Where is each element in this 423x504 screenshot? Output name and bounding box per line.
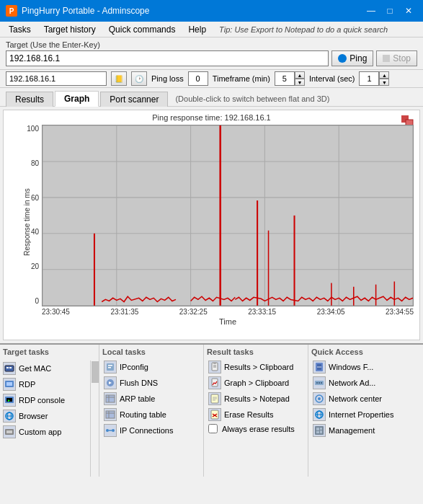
svg-rect-43 xyxy=(106,411,115,418)
tab-hint: (Double-click to switch between flat and… xyxy=(175,94,329,106)
flush-dns-label: Flush DNS xyxy=(120,379,158,387)
list-item[interactable]: Always erase results xyxy=(207,423,305,435)
target-input[interactable] xyxy=(6,50,329,66)
target-label: Target (Use the Enter-Key) xyxy=(6,40,417,49)
interval-up[interactable]: ▲ xyxy=(379,71,389,79)
browser-icon xyxy=(3,410,16,423)
list-item[interactable]: Windows F... xyxy=(311,359,420,375)
management-icon xyxy=(313,424,326,437)
local-tasks-list: IPconfig Flush DNS ARP table Routing tab… xyxy=(102,359,200,438)
graph-clipboard-label: Graph > Clipboard xyxy=(224,379,289,387)
y-label-40: 40 xyxy=(31,228,39,236)
list-item[interactable]: Results > Notepad xyxy=(207,391,305,407)
minimize-button[interactable]: — xyxy=(362,4,380,18)
rdp-label: RDP xyxy=(19,380,35,389)
list-item[interactable]: RDP xyxy=(1,376,89,392)
graph-container[interactable]: Ping response time: 192.168.16.1 100 80 … xyxy=(3,110,420,340)
x-label-0: 23:30:45 xyxy=(42,308,70,316)
list-item[interactable]: Results > Clipboard xyxy=(207,359,305,375)
get-mac-icon xyxy=(3,362,16,375)
tab-port-scanner[interactable]: Port scanner xyxy=(100,92,168,107)
list-item[interactable]: ► RDP console xyxy=(1,392,89,408)
y-label-80: 80 xyxy=(31,159,39,167)
browser-label: Browser xyxy=(19,412,48,420)
close-button[interactable]: ✕ xyxy=(400,4,417,18)
svg-rect-50 xyxy=(213,362,216,364)
svg-rect-35 xyxy=(6,430,12,433)
timeframe-label: Timeframe (min) xyxy=(213,74,270,83)
interval-label: Interval (sec) xyxy=(309,74,355,83)
interval-input[interactable] xyxy=(359,71,379,86)
menu-tip: Tip: Use Export to Notepad to do a quick… xyxy=(219,25,388,34)
tab-results[interactable]: Results xyxy=(6,92,53,107)
result-tasks-list: Results > Clipboard Graph > Clipboard Re… xyxy=(207,359,305,435)
list-item[interactable]: Erase Results xyxy=(207,407,305,423)
svg-rect-38 xyxy=(108,367,111,368)
tabs-bar: Results Graph Port scanner (Double-click… xyxy=(0,88,423,107)
x-label-5: 23:34:55 xyxy=(386,308,414,316)
list-item[interactable]: IP Connections xyxy=(102,423,200,438)
list-item[interactable]: Routing table xyxy=(102,407,200,423)
menu-tasks[interactable]: Tasks xyxy=(3,22,37,37)
list-item[interactable]: Flush DNS xyxy=(102,375,200,391)
target-tasks-scrollbar[interactable] xyxy=(90,361,99,477)
list-item[interactable]: Custom app xyxy=(1,424,89,440)
ping-loss-input[interactable] xyxy=(188,71,208,86)
list-item[interactable]: Internet Properties xyxy=(311,407,420,423)
svg-rect-25 xyxy=(9,367,12,368)
y-label-0: 0 xyxy=(35,297,39,305)
windows-firewall-label: Windows F... xyxy=(329,363,373,371)
network-adapters-label: Network Ad... xyxy=(329,379,375,387)
network-center-label: Network center xyxy=(329,394,382,403)
list-item[interactable]: Network center xyxy=(311,391,420,407)
target-tasks-list: Get MAC RDP ► RDP console xyxy=(0,361,90,477)
stop-icon xyxy=(383,55,390,62)
list-item[interactable]: Graph > Clipboard xyxy=(207,375,305,391)
list-item[interactable]: ARP table xyxy=(102,391,200,407)
timeframe-input[interactable] xyxy=(275,71,295,86)
y-axis-label: Response time in ms xyxy=(23,179,31,265)
graph-title: Ping response time: 192.168.16.1 xyxy=(4,110,419,125)
menu-help[interactable]: Help xyxy=(182,22,212,37)
target-book-button[interactable]: 📒 xyxy=(111,71,127,86)
results-clipboard-icon xyxy=(208,361,221,373)
target-tasks-title: Target tasks xyxy=(0,345,99,358)
interval-down[interactable]: ▼ xyxy=(379,79,389,86)
routing-table-icon xyxy=(104,408,117,421)
menu-quick-commands[interactable]: Quick commands xyxy=(103,22,182,37)
list-item[interactable]: Management xyxy=(311,423,420,438)
list-item[interactable]: Network Ad... xyxy=(311,375,420,391)
ping-button[interactable]: Ping xyxy=(331,50,373,66)
results-notepad-label: Results > Notepad xyxy=(224,394,290,403)
maximize-button[interactable]: □ xyxy=(381,4,398,18)
timeframe-down[interactable]: ▼ xyxy=(295,79,305,86)
target-history-button[interactable]: 🕑 xyxy=(131,71,147,86)
rdp-console-icon: ► xyxy=(3,394,16,407)
svg-rect-24 xyxy=(6,367,9,368)
windows-firewall-icon xyxy=(313,361,326,373)
internet-properties-label: Internet Properties xyxy=(329,410,394,419)
flush-dns-icon xyxy=(104,376,117,389)
app-icon: P xyxy=(6,5,17,17)
rdp-console-label: RDP console xyxy=(19,396,65,404)
secondary-target-input[interactable] xyxy=(6,71,107,86)
timeframe-up[interactable]: ▲ xyxy=(295,71,305,79)
list-item[interactable]: Browser xyxy=(1,408,89,424)
svg-point-46 xyxy=(106,429,109,432)
quick-access-title: Quick Access xyxy=(311,348,420,356)
target-area: Target (Use the Enter-Key) Ping Stop xyxy=(0,37,423,70)
always-erase-checkbox[interactable] xyxy=(208,424,218,433)
menu-target-history[interactable]: Target history xyxy=(38,22,102,37)
results-notepad-icon xyxy=(208,392,221,405)
svg-rect-77 xyxy=(320,430,322,433)
svg-rect-27 xyxy=(6,382,12,386)
svg-rect-74 xyxy=(316,428,319,430)
svg-rect-65 xyxy=(316,382,318,384)
always-erase-label: Always erase results xyxy=(222,425,295,433)
stop-button[interactable]: Stop xyxy=(376,50,417,66)
list-item[interactable]: IPconfig xyxy=(102,359,200,375)
local-tasks-title: Local tasks xyxy=(102,348,200,356)
list-item[interactable]: Get MAC xyxy=(1,361,89,376)
management-label: Management xyxy=(329,426,375,435)
tab-graph[interactable]: Graph xyxy=(55,91,99,107)
